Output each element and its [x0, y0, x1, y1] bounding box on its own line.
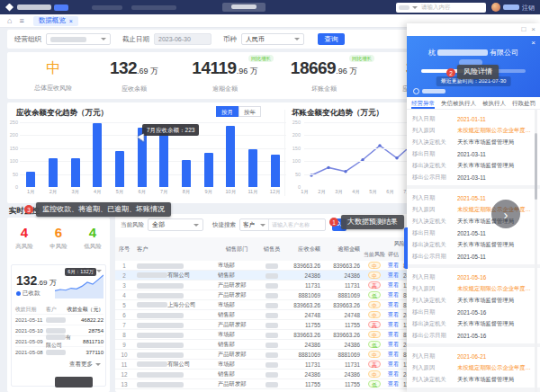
header-col-dept: 销售部门 — [216, 237, 257, 261]
drawer-field-row: 列入决定机关天长市市场监督管理局 — [412, 137, 535, 148]
eval-link[interactable]: 查看 — [388, 341, 400, 347]
drawer-tab-4[interactable]: 行政处罚 — [512, 97, 536, 109]
bar[interactable] — [204, 153, 213, 187]
drawer-scrollbar[interactable] — [535, 110, 537, 392]
company-switcher[interactable] — [222, 3, 266, 12]
drawer-tab-1[interactable]: 经营异常 — [411, 97, 435, 109]
chevron-down-icon — [412, 6, 418, 9]
org-select[interactable] — [46, 33, 111, 45]
payment-row[interactable]: 2021-05-1146822.22 — [15, 314, 104, 325]
customer-redacted — [133, 262, 216, 268]
table-row[interactable]: 5上海分公司市场部839663.26839663.26中查看839663 — [115, 300, 412, 310]
bar[interactable] — [115, 151, 124, 187]
refresh-row[interactable] — [413, 88, 446, 94]
query-button[interactable]: 查询 — [318, 33, 345, 45]
search-category-redacted[interactable] — [399, 5, 410, 10]
eval-link[interactable]: 查看 — [388, 321, 400, 327]
scrollbar-thumb[interactable] — [535, 133, 537, 200]
close-icon[interactable]: × — [531, 25, 536, 33]
eval-link[interactable]: 查看 — [388, 311, 400, 317]
table-row[interactable]: 3产品研发部1173111731高查看11731 — [115, 281, 412, 290]
drawer-close-icon[interactable]: × — [531, 39, 536, 47]
eval-link[interactable]: 查看 — [388, 272, 400, 278]
y-tick-label: 50 — [7, 172, 18, 177]
table-filters: 当前风险 全部 快捷搜索 客户 — [121, 218, 346, 231]
table-row[interactable]: 8市场部839663.26839663.26中查看839663 — [115, 330, 412, 340]
table-row[interactable]: 11有限公司市场部1173111731高查看11731 — [115, 360, 412, 370]
field-value: 2021-05-16 — [457, 274, 535, 281]
y-tick-label: 50 — [290, 172, 301, 177]
customer-search-input[interactable] — [269, 222, 325, 227]
eval-link[interactable]: 查看 — [388, 361, 400, 367]
bar[interactable] — [248, 149, 257, 187]
risk-stat-value: 6 — [41, 225, 76, 241]
field-value: 天长市市场监督管理局 — [457, 162, 535, 170]
toggle-year-button[interactable]: 按年 — [238, 106, 261, 117]
col-date: 收款日期 — [15, 306, 46, 314]
drawer-card: 列入日期2021-05-11列入原因未按规定期限公示企业年度报告信息列入决定机关… — [407, 189, 540, 264]
risk-filter-label: 当前风险 — [121, 221, 144, 229]
drawer-field-row: 移出决定机关天长市市场监督管理局 — [412, 239, 535, 251]
table-row[interactable]: 2有限公司销售部2438624386中查看24386 — [115, 271, 412, 281]
table-row[interactable]: 4产品研发部88810698881069低查看8881069 — [115, 290, 412, 300]
tab-close-icon[interactable]: × — [69, 18, 73, 24]
drawer-field-row: 移出日期2021-03-11 — [412, 148, 535, 160]
table-row[interactable]: 9销售部2438624386低查看24386 — [115, 340, 412, 350]
metric-1: 中总体应收风险 — [27, 58, 79, 93]
drawer-side-tag[interactable] — [404, 227, 408, 269]
home-icon[interactable]: ⌂ — [7, 16, 12, 25]
bar[interactable] — [226, 126, 235, 187]
eval-link[interactable]: 查看 — [388, 370, 400, 377]
bar[interactable] — [26, 172, 35, 187]
drawer-field-row: 移出决定机关天长市市场监督管理局 — [412, 318, 535, 330]
table-row[interactable]: 1市场部839663.26839663.26中查看839663 — [115, 261, 412, 271]
field-label: 移出决定机关 — [412, 320, 457, 328]
toggle-month-button[interactable]: 按月 — [216, 106, 238, 117]
table-row[interactable]: 7产品研发部1175511755高查看11755 — [115, 320, 412, 330]
org-value-redacted — [50, 37, 86, 42]
eval-link[interactable]: 查看 — [388, 301, 400, 307]
user-avatar[interactable] — [491, 3, 500, 12]
date-input[interactable] — [154, 33, 212, 45]
global-search[interactable]: 请输入内容 — [396, 3, 486, 13]
field-value: 天长市市场监督管理局 — [457, 376, 535, 384]
bar[interactable] — [49, 158, 58, 187]
payment-row[interactable]: 2021-05-09有限公司8811710 — [15, 335, 104, 346]
logout-button[interactable]: 注销 — [522, 4, 535, 13]
eval-link[interactable]: 查看 — [388, 380, 400, 387]
field-value: 天长市市场监督管理局 — [457, 320, 535, 328]
bar[interactable] — [71, 158, 80, 187]
customer-search-box: 客户 — [239, 218, 326, 231]
currency-select[interactable]: 人民币 — [241, 33, 304, 45]
seller-redacted — [257, 311, 286, 317]
risk-filter-select[interactable]: 全部 — [148, 218, 203, 231]
view-more-link[interactable]: 查看更多 — [69, 361, 101, 369]
eval-link[interactable]: 查看 — [388, 281, 400, 288]
table-row[interactable]: 12销售部2438624386中查看24386 — [115, 370, 412, 379]
menu-icon[interactable]: ≡ — [19, 16, 23, 25]
eval-link[interactable]: 查看 — [388, 331, 400, 337]
bar[interactable] — [182, 160, 191, 187]
currency-value: 人民币 — [246, 35, 265, 44]
bar[interactable] — [271, 155, 280, 187]
nav-item-redacted[interactable] — [92, 5, 122, 10]
bar[interactable] — [93, 123, 102, 187]
customer-redacted: 有限公司 — [46, 334, 75, 350]
table-row[interactable]: 13产品研发部1175511755低查看11755 — [115, 379, 412, 389]
search-category-select[interactable]: 客户 — [240, 219, 269, 230]
risk-stat-value: 4 — [76, 225, 110, 241]
drawer-tab-3[interactable]: 被执行人 — [482, 97, 506, 109]
eval-link[interactable]: 查看 — [388, 291, 400, 298]
next-page-button[interactable]: › — [491, 200, 520, 228]
tab-data-overview[interactable]: 数据概览 × — [33, 16, 78, 26]
expand-icon[interactable]: □ — [521, 25, 526, 33]
eval-link[interactable]: 查看 — [388, 262, 400, 268]
table-row[interactable]: 6销售部2474824748中查看24748 — [115, 310, 412, 320]
nav-item-redacted[interactable] — [131, 5, 176, 10]
drawer-field-row: 移出日期2021-05-11 — [412, 227, 535, 239]
drawer-tab-2[interactable]: 失信被执行人 — [441, 97, 476, 109]
field-label: 列入原因 — [412, 206, 457, 214]
eval-link[interactable]: 查看 — [388, 351, 400, 357]
table-row[interactable]: 10产品研发部88810698881069中查看8881069 — [115, 350, 412, 360]
bar[interactable] — [159, 129, 168, 187]
